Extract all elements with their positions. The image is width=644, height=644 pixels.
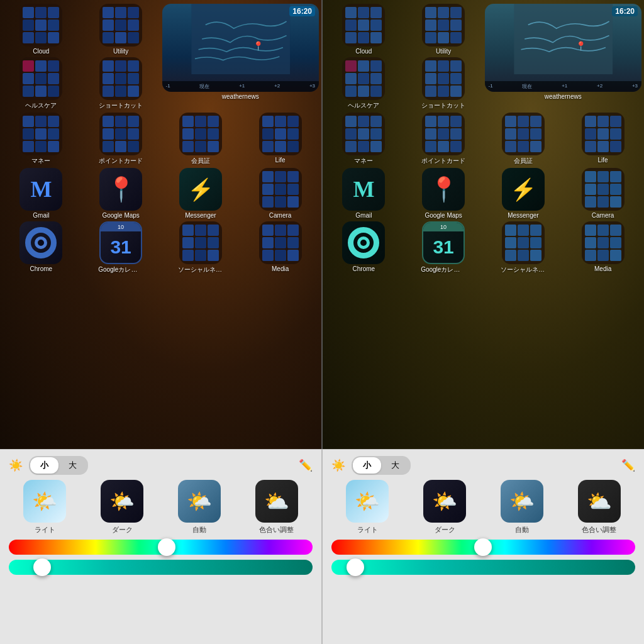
app-camera-label-r: Camera xyxy=(592,212,614,219)
app-calendar-l[interactable]: 10 31 Googleカレン… xyxy=(82,221,160,274)
app-maps-r[interactable]: 📍 Google Maps xyxy=(405,168,482,219)
teal-thumb-right[interactable] xyxy=(347,558,364,576)
pencil-icon-left[interactable]: ✏️ xyxy=(299,458,313,472)
rainbow-slider-right[interactable] xyxy=(331,540,635,555)
appearance-tonal-label-right: 色合い調整 xyxy=(582,525,616,535)
app-life-label-r: Life xyxy=(598,157,608,164)
app-media-r[interactable]: Media xyxy=(564,221,641,272)
weather-widget-l[interactable]: 16:20 📍 -1現在+1+2+3 weathernews xyxy=(162,4,319,100)
app-media-label-l: Media xyxy=(272,265,289,272)
appearance-dark-label-right: ダーク xyxy=(435,525,455,535)
app-gmail-r[interactable]: M Gmail xyxy=(325,168,402,219)
weathernews-label-l: weathernews xyxy=(222,93,259,100)
app-camera-label-l: Camera xyxy=(269,212,292,219)
app-media-l[interactable]: Media xyxy=(242,221,319,272)
app-points-l[interactable]: ポイントカード xyxy=(82,113,160,165)
settings-panel-left: ☀️ 小 大 ✏️ 🌤️ ライト 🌤️ ダーク 🌤️ xyxy=(0,449,321,644)
weather-time-l: 16:20 xyxy=(289,6,315,16)
app-life-r[interactable]: Life xyxy=(564,113,641,164)
right-panel: Cloud xyxy=(323,0,644,449)
appearance-auto-label-left: 自動 xyxy=(192,525,206,535)
appearance-auto-left[interactable]: 🌤️ 自動 xyxy=(164,480,236,535)
app-member-r[interactable]: 会員証 xyxy=(485,113,562,165)
teal-thumb-left[interactable] xyxy=(33,558,51,576)
size-large-btn-right[interactable]: 大 xyxy=(381,457,409,474)
appearance-dark-left[interactable]: 🌤️ ダーク xyxy=(86,480,158,535)
map-pin-l: 📍 xyxy=(253,41,264,51)
app-camera-l[interactable]: Camera xyxy=(242,168,319,219)
size-small-btn-left[interactable]: 小 xyxy=(30,457,58,474)
appearance-tonal-label-left: 色合い調整 xyxy=(259,525,294,535)
appearance-light-label-left: ライト xyxy=(35,525,55,535)
app-cloud-label-l: Cloud xyxy=(33,48,49,55)
chrome-label-r: Chrome xyxy=(353,265,375,272)
app-calendar-r[interactable]: 10 31 Googleカレン… xyxy=(405,221,482,274)
calendar-label-l: Googleカレン… xyxy=(98,265,143,274)
size-large-btn-left[interactable]: 大 xyxy=(58,457,87,474)
messenger-label-l: Messenger xyxy=(185,212,216,219)
size-small-btn-right[interactable]: 小 xyxy=(353,457,381,474)
app-camera-r[interactable]: Camera xyxy=(564,168,641,219)
app-money-l[interactable]: マネー xyxy=(3,113,80,165)
app-life-l[interactable]: Life xyxy=(242,113,319,164)
app-shortcuts-r[interactable]: ショートカット xyxy=(405,57,482,110)
app-points-r[interactable]: ポイントカード xyxy=(405,113,482,165)
app-chrome-r[interactable]: Chrome xyxy=(325,221,402,272)
app-media-label-r: Media xyxy=(594,265,611,272)
app-cloud-l[interactable]: Cloud xyxy=(3,4,80,55)
appearance-tonal-right[interactable]: ⛅ 色合い調整 xyxy=(563,480,635,535)
app-social-label-l: ソーシャルネット… xyxy=(178,265,223,274)
size-toggle-left[interactable]: 小 大 xyxy=(29,456,88,475)
app-money-label-l: マネー xyxy=(31,157,50,165)
app-gmail-l[interactable]: M Gmail xyxy=(3,168,80,219)
weather-widget-r[interactable]: 16:20 📍 -1現在+1+2+3 weathernews xyxy=(485,4,642,100)
app-social-l[interactable]: ソーシャルネット… xyxy=(162,221,240,274)
appearance-light-label-right: ライト xyxy=(357,525,378,535)
app-social-r[interactable]: ソーシャルネット… xyxy=(485,221,562,274)
weathernews-label-r: weathernews xyxy=(545,93,582,100)
map-pin-r: 📍 xyxy=(575,41,586,51)
rainbow-thumb-left[interactable] xyxy=(158,538,175,556)
app-maps-l[interactable]: 📍 Google Maps xyxy=(82,168,160,219)
teal-slider-left[interactable] xyxy=(9,560,313,575)
teal-slider-right[interactable] xyxy=(331,560,635,575)
appearance-auto-right[interactable]: 🌤️ 自動 xyxy=(486,480,558,535)
app-cloud-label-r: Cloud xyxy=(355,48,372,55)
pencil-icon-right[interactable]: ✏️ xyxy=(621,458,635,472)
appearance-light-left[interactable]: 🌤️ ライト xyxy=(9,480,81,535)
app-member-label-l: 会員証 xyxy=(191,157,210,165)
app-points-label-l: ポイントカード xyxy=(99,157,143,165)
app-health-l[interactable]: ヘルスケア xyxy=(3,57,80,110)
app-chrome-l[interactable]: Chrome xyxy=(3,221,80,272)
color-sliders-left xyxy=(9,540,313,575)
app-shortcuts-label-l: ショートカット xyxy=(99,101,143,110)
chrome-label-l: Chrome xyxy=(30,265,53,272)
appearance-tonal-left[interactable]: ⛅ 色合い調整 xyxy=(240,480,313,535)
app-member-l[interactable]: 会員証 xyxy=(162,113,240,165)
size-toggle-right[interactable]: 小 大 xyxy=(352,456,411,475)
app-utility-r[interactable]: Utility xyxy=(405,4,482,55)
app-health-label-l: ヘルスケア xyxy=(25,101,57,110)
calendar-label-r: Googleカレン… xyxy=(421,265,466,274)
app-money-r[interactable]: マネー xyxy=(325,113,402,165)
appearance-dark-label-left: ダーク xyxy=(112,525,133,535)
app-points-label-r: ポイントカード xyxy=(421,157,465,165)
maps-label-r: Google Maps xyxy=(425,212,462,219)
app-life-label-l: Life xyxy=(275,157,286,164)
app-utility-l[interactable]: Utility xyxy=(82,4,160,55)
maps-label-l: Google Maps xyxy=(102,212,139,219)
app-messenger-r[interactable]: ⚡ Messenger xyxy=(485,168,562,219)
app-money-label-r: マネー xyxy=(354,157,373,165)
weather-time-r: 16:20 xyxy=(612,6,638,16)
app-messenger-l[interactable]: ⚡ Messenger xyxy=(162,168,240,219)
rainbow-thumb-right[interactable] xyxy=(474,538,492,556)
appearance-dark-right[interactable]: 🌤️ ダーク xyxy=(409,480,481,535)
sun-icon-left: ☀️ xyxy=(9,458,23,472)
appearance-light-right[interactable]: 🌤️ ライト xyxy=(331,480,404,535)
app-shortcuts-l[interactable]: ショートカット xyxy=(82,57,160,110)
left-panel: Cloud xyxy=(0,0,321,449)
appearance-grid-left: 🌤️ ライト 🌤️ ダーク 🌤️ 自動 ⛅ 色合い調整 xyxy=(9,480,313,535)
app-cloud-r[interactable]: Cloud xyxy=(325,4,402,55)
rainbow-slider-left[interactable] xyxy=(9,540,313,555)
app-health-r[interactable]: ヘルスケア xyxy=(325,57,402,110)
